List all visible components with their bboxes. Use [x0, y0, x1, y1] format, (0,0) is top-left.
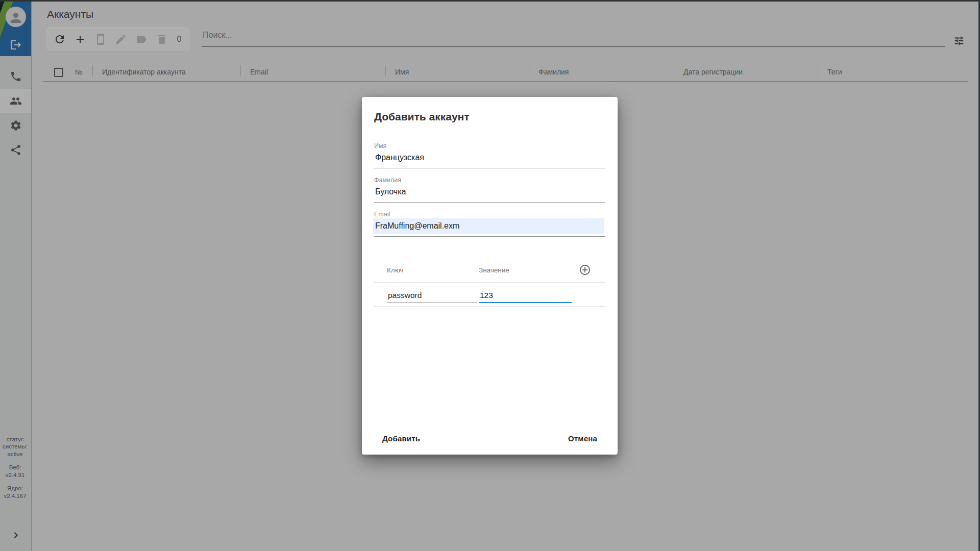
param-value-header: Значение — [479, 266, 579, 274]
first-name-label: Имя — [374, 142, 605, 150]
last-name-field: Фамилия — [374, 177, 605, 203]
param-row — [374, 289, 605, 303]
dialog-title: Добавить аккаунт — [374, 110, 605, 123]
param-key-header: Ключ — [387, 266, 479, 274]
cancel-button[interactable]: Отмена — [560, 430, 605, 447]
last-name-label: Фамилия — [374, 177, 605, 184]
add-param-button[interactable] — [579, 264, 591, 276]
email-field: Email — [374, 211, 605, 237]
email-label: Email — [374, 211, 605, 218]
params-section: Ключ Значение — [374, 264, 605, 307]
add-account-dialog: Добавить аккаунт Имя Фамилия Email Ключ … — [362, 97, 618, 455]
email-input[interactable] — [373, 218, 604, 234]
add-circle-icon — [579, 264, 591, 276]
submit-button[interactable]: Добавить — [374, 430, 428, 447]
params-header: Ключ Значение — [374, 264, 605, 276]
params-divider — [374, 282, 605, 283]
last-name-input[interactable] — [373, 184, 604, 199]
dialog-actions: Добавить Отмена — [374, 430, 605, 447]
first-name-input[interactable] — [373, 150, 604, 165]
param-value-input[interactable] — [479, 289, 572, 303]
param-row-divider — [374, 306, 605, 307]
dialog-fields: Имя Фамилия Email — [374, 142, 605, 245]
param-key-input[interactable] — [387, 289, 477, 303]
first-name-field: Имя — [374, 142, 605, 168]
